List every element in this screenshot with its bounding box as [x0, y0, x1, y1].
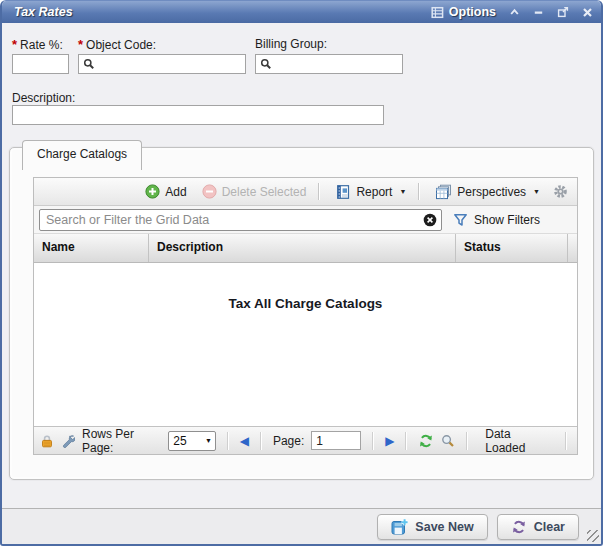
clear-search-icon[interactable]: [423, 213, 437, 227]
object-code-lookup: [78, 54, 246, 74]
wrench-icon[interactable]: [61, 434, 75, 448]
grid-toolbar: Add Delete Selected Report ▼ Perspective…: [34, 178, 577, 206]
titlebar[interactable]: Tax Rates Options: [2, 1, 601, 23]
clear-button[interactable]: Clear: [497, 514, 579, 540]
grid-settings-gear-icon[interactable]: [553, 184, 568, 199]
save-new-button[interactable]: Save New: [377, 514, 487, 540]
dropdown-arrow-icon: ▼: [533, 188, 540, 195]
footer-separator: [405, 432, 407, 450]
add-button[interactable]: Add: [145, 184, 186, 199]
window-title: Tax Rates: [14, 5, 73, 19]
rate-input[interactable]: [12, 54, 69, 74]
show-filters-button[interactable]: Show Filters: [453, 213, 540, 227]
page-input[interactable]: [311, 431, 361, 450]
report-button[interactable]: Report ▼: [335, 184, 406, 200]
required-marker: *: [78, 37, 83, 52]
object-code-label: *Object Code:: [78, 37, 156, 52]
perspectives-icon: [435, 184, 452, 200]
required-marker: *: [12, 37, 17, 52]
grid-search-row: Show Filters: [34, 206, 577, 234]
popout-icon[interactable]: [557, 6, 569, 18]
grid-header: Name Description Status: [34, 234, 577, 263]
action-bar: Save New Clear: [2, 508, 601, 544]
dropdown-arrow-icon: ▼: [399, 188, 406, 195]
billing-group-input[interactable]: [255, 54, 403, 74]
grid-body: Tax All Charge Catalogs: [34, 263, 577, 426]
charge-catalogs-grid: Add Delete Selected Report ▼ Perspective…: [33, 177, 578, 455]
filter-funnel-icon: [453, 213, 468, 227]
billing-group-label: Billing Group:: [255, 37, 327, 51]
tab-label: Charge Catalogs: [37, 147, 127, 161]
column-header-status[interactable]: Status: [456, 234, 568, 262]
object-code-input[interactable]: [78, 54, 246, 74]
save-icon: [391, 518, 408, 535]
search-wrap: [39, 209, 442, 231]
add-icon: [145, 184, 160, 199]
delete-icon: [202, 184, 217, 199]
perspectives-button[interactable]: Perspectives ▼: [435, 184, 540, 200]
toolbar-separator: [318, 183, 320, 200]
grid-empty-message: Tax All Charge Catalogs: [34, 296, 577, 311]
next-page-icon[interactable]: ▶: [385, 435, 394, 447]
report-icon: [335, 184, 351, 200]
refresh-icon[interactable]: [418, 433, 434, 449]
resize-grip[interactable]: [587, 530, 599, 542]
tax-rates-window: Tax Rates Options *Rate %: *Obje: [0, 0, 603, 546]
close-icon[interactable]: [582, 7, 593, 18]
grid-footer: Rows Per Page: 25 ▼ ◀ Page: ▶ Data Loa: [34, 426, 577, 454]
description-label: Description:: [12, 91, 75, 105]
options-button[interactable]: Options: [431, 5, 496, 19]
previous-page-icon[interactable]: ◀: [240, 435, 249, 447]
clear-refresh-icon: [511, 519, 527, 535]
minimize-icon[interactable]: [533, 7, 544, 17]
footer-separator: [565, 432, 567, 450]
rate-label: *Rate %:: [12, 37, 63, 52]
options-grid-icon: [431, 6, 444, 19]
column-header-gutter: [568, 234, 577, 262]
options-label: Options: [449, 5, 496, 19]
page-label: Page:: [273, 434, 304, 448]
footer-separator: [466, 432, 468, 450]
rows-per-page-select-wrap: 25 ▼: [168, 431, 216, 451]
tab-charge-catalogs[interactable]: Charge Catalogs: [22, 140, 142, 170]
zoom-grid-icon[interactable]: [441, 434, 455, 448]
collapse-icon[interactable]: [509, 7, 520, 17]
footer-separator: [227, 432, 229, 450]
description-input[interactable]: [12, 105, 384, 125]
column-header-description[interactable]: Description: [149, 234, 456, 262]
delete-selected-button[interactable]: Delete Selected: [202, 184, 307, 199]
grid-status-text: Data Loaded: [485, 427, 548, 455]
grid-search-input[interactable]: [39, 209, 442, 231]
billing-group-lookup: [255, 54, 403, 74]
rows-per-page-select[interactable]: 25: [168, 431, 216, 451]
footer-separator: [372, 432, 374, 450]
footer-separator: [260, 432, 262, 450]
toolbar-separator: [418, 183, 420, 200]
lock-icon[interactable]: [40, 434, 54, 448]
column-header-name[interactable]: Name: [34, 234, 149, 262]
rows-per-page-label: Rows Per Page:: [82, 427, 161, 455]
